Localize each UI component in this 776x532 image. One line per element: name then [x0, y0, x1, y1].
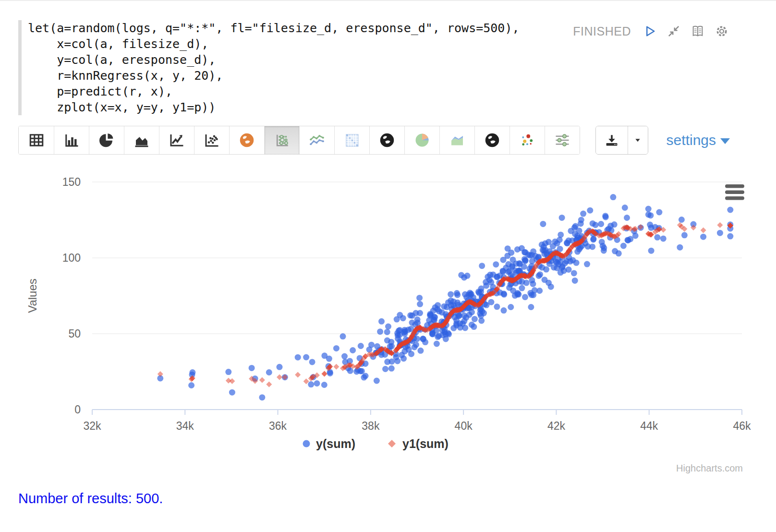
status-badge: FINISHED: [573, 24, 631, 38]
x-tick-label: 34k: [176, 420, 194, 432]
line-chart-icon: [168, 132, 185, 149]
table-icon: [28, 132, 45, 149]
area-chart-icon: [133, 132, 150, 149]
viz-button-area-chart[interactable]: [124, 126, 159, 154]
caret-down-icon: [634, 136, 642, 144]
settings-caret-icon: [720, 138, 730, 144]
viz-button-globe-dark[interactable]: [369, 126, 404, 154]
viz-button-dots-matrix[interactable]: [264, 126, 299, 154]
show-editor-button[interactable]: [690, 23, 706, 39]
scatter-chart: 050100150Values32k34k36k38k40k42k44k46ky…: [18, 166, 730, 483]
pie-chart-icon: [98, 132, 115, 149]
levels-icon: [554, 132, 571, 149]
gear-icon: [715, 24, 729, 38]
y-tick-label: 50: [68, 327, 81, 340]
visualization-toolbar: settings: [18, 126, 730, 155]
viz-button-pie-chart[interactable]: [89, 126, 124, 154]
viz-button-bar-chart[interactable]: [54, 126, 89, 154]
legend-item-y1[interactable]: y1(sum): [388, 437, 449, 450]
legend-item-y[interactable]: y(sum): [303, 437, 355, 450]
globe-dark-icon: [378, 132, 396, 149]
download-split-button: [595, 126, 648, 155]
y-axis-title: Values: [26, 278, 39, 313]
viz-button-scatter-color[interactable]: [509, 126, 545, 154]
viz-button-table[interactable]: [19, 126, 54, 154]
viz-type-bar: [18, 126, 580, 155]
viz-button-pie-color[interactable]: [404, 126, 439, 154]
x-tick-label: 44k: [640, 420, 658, 432]
download-icon: [605, 133, 619, 147]
scatter-plot-icon: [203, 132, 220, 149]
x-tick-label: 32k: [83, 420, 101, 432]
notebook-paragraph: let(a=random(logs, q="*:*", fl="filesize…: [0, 1, 776, 507]
bar-chart-icon: [63, 132, 80, 149]
x-tick-label: 42k: [547, 420, 566, 432]
x-tick-label: 46k: [733, 420, 751, 432]
viz-button-globe-orange[interactable]: [229, 126, 264, 154]
paragraph-controls: FINISHED: [573, 23, 730, 39]
y-tick-label: 150: [62, 176, 81, 188]
viz-button-line-chart[interactable]: [159, 126, 194, 154]
code-editor[interactable]: let(a=random(logs, q="*:*", fl="filesize…: [28, 20, 520, 115]
pie-color-icon: [413, 132, 431, 149]
editor-gutter: [18, 20, 22, 115]
y-tick-label: 100: [62, 252, 81, 264]
chart-context-menu-button[interactable]: [725, 184, 744, 200]
svg-text:y1(sum): y1(sum): [402, 437, 449, 450]
y-tick-label: 0: [74, 403, 81, 416]
play-icon: [643, 24, 657, 38]
x-tick-label: 38k: [362, 420, 380, 432]
editor-row: let(a=random(logs, q="*:*", fl="filesize…: [18, 20, 730, 115]
viz-button-area-color[interactable]: [439, 126, 474, 154]
chart-settings-link[interactable]: settings: [667, 132, 730, 148]
viz-button-scatter-plot[interactable]: [194, 126, 229, 154]
viz-button-heatmap[interactable]: [334, 126, 369, 154]
results-count: Number of results: 500.: [18, 491, 730, 507]
scatter-color-icon: [519, 132, 536, 149]
series-y-points: [157, 194, 733, 400]
paragraph-editor: let(a=random(logs, q="*:*", fl="filesize…: [18, 20, 573, 115]
viz-button-levels[interactable]: [545, 126, 580, 154]
area-color-icon: [449, 132, 466, 149]
svg-text:y(sum): y(sum): [316, 437, 355, 450]
download-button[interactable]: [596, 126, 628, 154]
run-button[interactable]: [642, 23, 658, 39]
globe-dark-2-icon: [484, 132, 501, 149]
settings-label: settings: [667, 132, 716, 148]
x-tick-label: 36k: [269, 420, 287, 432]
globe-orange-icon: [238, 132, 255, 149]
viz-button-globe-dark-2[interactable]: [474, 126, 509, 154]
paragraph-settings-button[interactable]: [714, 23, 730, 39]
collapse-button[interactable]: [666, 23, 682, 39]
heatmap-icon: [343, 132, 361, 149]
dots-matrix-icon: [273, 132, 291, 149]
book-icon: [691, 24, 705, 38]
highcharts-credits: Highcharts.com: [676, 463, 743, 473]
multi-line-icon: [308, 132, 326, 149]
collapse-icon: [667, 24, 681, 38]
x-tick-label: 40k: [455, 420, 473, 432]
viz-button-multi-line[interactable]: [299, 126, 334, 154]
download-options-button[interactable]: [628, 126, 648, 154]
